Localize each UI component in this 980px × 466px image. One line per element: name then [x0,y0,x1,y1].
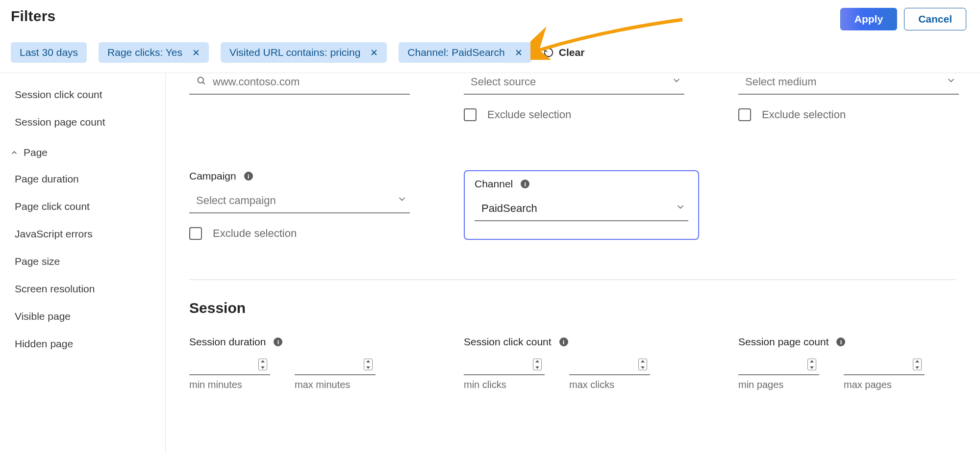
exclude-medium-label: Exclude selection [762,108,846,121]
clear-filters-button[interactable]: Clear [543,47,585,58]
campaign-select[interactable]: Select campaign [189,189,410,213]
number-spinner[interactable] [533,359,542,370]
filter-chip-visited-url[interactable]: Visited URL contains: pricing ✕ [221,42,387,63]
info-icon[interactable]: i [521,180,529,188]
info-icon[interactable]: i [559,337,568,346]
campaign-label: Campaign [189,170,236,182]
svg-line-1 [203,82,205,84]
sidebar-item-screen-resolution[interactable]: Screen resolution [9,275,160,303]
sidebar-item-page-size[interactable]: Page size [9,248,160,275]
chip-label: Visited URL contains: pricing [229,47,360,58]
session-duration-max-input[interactable] [295,355,376,375]
number-spinner[interactable] [258,359,267,370]
clear-label: Clear [559,47,585,58]
exclude-campaign-checkbox[interactable] [189,227,202,240]
chevron-down-icon [397,194,407,207]
channel-select[interactable]: PaidSearch [475,197,688,221]
chevron-up-icon [10,149,19,156]
session-pages-min-input[interactable] [738,355,819,375]
exclude-campaign-label: Exclude selection [213,227,297,240]
filter-form-area: www.contoso.com Select source Exclude se… [166,73,980,453]
session-clicks-max-input[interactable] [569,355,650,375]
exclude-source-label: Exclude selection [487,108,571,121]
sidebar-group-label: Page [24,147,48,158]
svg-point-0 [198,77,203,83]
sidebar-item-page-duration[interactable]: Page duration [9,165,160,193]
filter-chip-bar: Last 30 days Rage clicks: Yes ✕ Visited … [0,30,980,73]
chip-label: Last 30 days [20,47,78,58]
sidebar-group-page[interactable]: Page [9,136,160,165]
url-input-value: www.contoso.com [213,76,407,88]
session-page-count-label: Session page count [738,336,829,348]
max-minutes-caption: max minutes [295,379,376,390]
max-pages-caption: max pages [844,379,925,390]
filter-chip-channel[interactable]: Channel: PaidSearch ✕ [399,42,531,63]
min-clicks-caption: min clicks [464,379,545,390]
min-minutes-caption: min minutes [189,379,270,390]
filter-chip-rage-clicks[interactable]: Rage clicks: Yes ✕ [99,42,209,63]
max-clicks-caption: max clicks [569,379,650,390]
chevron-down-icon [946,76,956,88]
min-pages-caption: min pages [738,379,819,390]
campaign-placeholder: Select campaign [196,194,276,207]
channel-value: PaidSearch [481,202,537,215]
chevron-down-icon [676,202,685,215]
session-pages-max-input[interactable] [844,355,925,375]
session-duration-min-input[interactable] [189,355,270,375]
number-spinner[interactable] [364,359,373,370]
reset-icon [543,47,554,58]
chevron-down-icon [672,76,681,88]
session-duration-label: Session duration [189,336,266,348]
info-icon[interactable]: i [244,172,253,181]
apply-button[interactable]: Apply [840,8,897,30]
number-spinner[interactable] [807,359,816,370]
channel-field-highlighted: Channel i PaidSearch [464,170,699,240]
medium-select[interactable]: Select medium [738,73,959,95]
exclude-medium-checkbox[interactable] [738,108,751,121]
cancel-button[interactable]: Cancel [904,8,966,30]
exclude-source-checkbox[interactable] [464,108,477,121]
filter-category-sidebar: Session click count Session page count P… [0,73,166,453]
number-spinner[interactable] [638,359,647,370]
sidebar-item-hidden-page[interactable]: Hidden page [9,330,160,358]
close-icon[interactable]: ✕ [370,48,378,57]
sidebar-item-session-page-count[interactable]: Session page count [9,108,160,136]
session-clicks-min-input[interactable] [464,355,545,375]
chip-label: Channel: PaidSearch [407,47,504,58]
close-icon[interactable]: ✕ [515,48,523,57]
sidebar-item-javascript-errors[interactable]: JavaScript errors [9,220,160,248]
chip-label: Rage clicks: Yes [107,47,182,58]
sidebar-item-visible-page[interactable]: Visible page [9,303,160,330]
medium-placeholder: Select medium [745,76,817,88]
info-icon[interactable]: i [274,337,282,346]
search-icon [196,76,206,88]
sidebar-item-session-click-count[interactable]: Session click count [9,81,160,108]
source-placeholder: Select source [471,76,536,88]
source-select[interactable]: Select source [464,73,684,95]
sidebar-item-page-click-count[interactable]: Page click count [9,193,160,220]
close-icon[interactable]: ✕ [192,48,200,57]
session-click-count-label: Session click count [464,336,552,348]
page-title: Filters [11,8,55,25]
session-section-heading: Session [189,300,956,316]
filter-chip-date-range[interactable]: Last 30 days [11,42,87,63]
url-input[interactable]: www.contoso.com [189,73,410,95]
section-divider [189,279,956,280]
channel-label: Channel [475,178,513,190]
info-icon[interactable]: i [836,337,845,346]
number-spinner[interactable] [913,359,922,370]
